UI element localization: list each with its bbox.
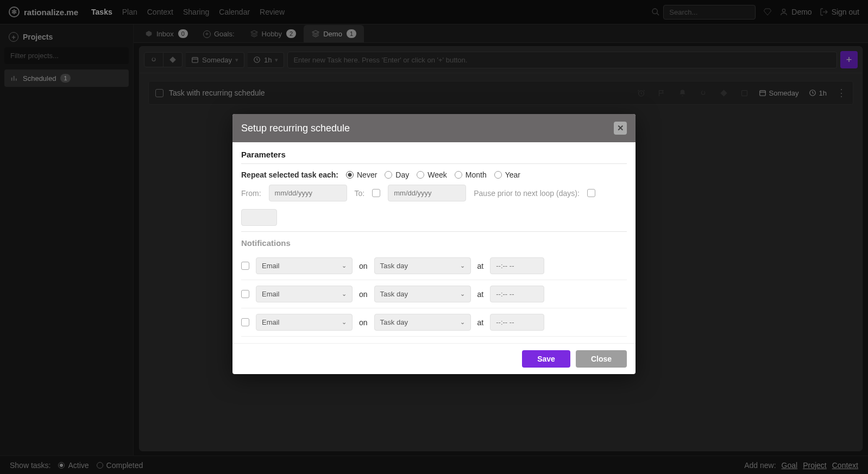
radio-icon: [385, 171, 392, 179]
modal-overlay[interactable]: Setup recurring schedule ✕ Parameters Re…: [0, 0, 868, 474]
notif-checkbox[interactable]: [241, 262, 249, 270]
notif-at-label: at: [477, 262, 484, 270]
modal-body: Parameters Repeat selected task each: Ne…: [232, 142, 636, 343]
chevron-down-icon: ⌄: [460, 262, 465, 269]
to-label: To:: [355, 189, 365, 198]
modal-footer: Save Close: [232, 343, 636, 374]
repeat-label: Repeat selected task each:: [241, 170, 338, 179]
radio-icon: [494, 171, 502, 179]
notif-time-input[interactable]: [490, 257, 544, 274]
to-checkbox[interactable]: [372, 189, 380, 197]
notification-row-2: Email⌄ on Task day⌄ at: [241, 280, 627, 308]
notif-day-select[interactable]: Task day⌄: [374, 257, 471, 274]
modal-title: Setup recurring schedule: [241, 123, 350, 134]
to-date-input[interactable]: [388, 185, 466, 201]
notif-checkbox[interactable]: [241, 318, 249, 326]
close-button[interactable]: Close: [576, 350, 627, 368]
pause-label: Pause prior to next loop (days):: [474, 189, 580, 198]
chevron-down-icon: ⌄: [342, 319, 347, 326]
notif-on-label: on: [359, 262, 368, 270]
notif-on-label: on: [359, 318, 368, 327]
repeat-day[interactable]: Day: [385, 170, 409, 179]
notification-row-1: Email⌄ on Task day⌄ at: [241, 252, 627, 280]
chevron-down-icon: ⌄: [460, 319, 465, 326]
notif-channel-select[interactable]: Email⌄: [256, 314, 353, 331]
repeat-never[interactable]: Never: [346, 170, 377, 179]
chevron-down-icon: ⌄: [342, 290, 347, 298]
notif-time-input[interactable]: [490, 314, 544, 331]
from-label: From:: [241, 189, 261, 198]
notif-day-select[interactable]: Task day⌄: [374, 314, 471, 331]
notification-row-3: Email⌄ on Task day⌄ at: [241, 308, 627, 337]
recurring-schedule-modal: Setup recurring schedule ✕ Parameters Re…: [232, 114, 636, 374]
parameters-heading: Parameters: [241, 150, 627, 159]
repeat-year[interactable]: Year: [494, 170, 520, 179]
notif-checkbox[interactable]: [241, 290, 249, 298]
pause-days-input[interactable]: [241, 209, 277, 226]
modal-header: Setup recurring schedule ✕: [232, 114, 636, 142]
from-date-input[interactable]: [269, 185, 347, 201]
radio-icon: [417, 171, 424, 179]
chevron-down-icon: ⌄: [460, 290, 465, 298]
chevron-down-icon: ⌄: [342, 262, 347, 269]
divider: [241, 163, 627, 164]
repeat-month[interactable]: Month: [455, 170, 487, 179]
divider: [241, 231, 627, 232]
notif-day-select[interactable]: Task day⌄: [374, 286, 471, 302]
notif-channel-select[interactable]: Email⌄: [256, 257, 353, 274]
notif-at-label: at: [477, 290, 484, 299]
pause-checkbox[interactable]: [587, 189, 595, 197]
notif-channel-select[interactable]: Email⌄: [256, 286, 353, 302]
notifications-heading: Notifications: [241, 238, 627, 248]
repeat-week[interactable]: Week: [417, 170, 447, 179]
close-icon[interactable]: ✕: [614, 122, 627, 135]
notif-on-label: on: [359, 290, 368, 299]
notif-at-label: at: [477, 318, 484, 327]
notif-time-input[interactable]: [490, 286, 544, 302]
save-button[interactable]: Save: [522, 350, 570, 368]
radio-icon: [455, 171, 462, 179]
radio-icon: [346, 171, 354, 179]
